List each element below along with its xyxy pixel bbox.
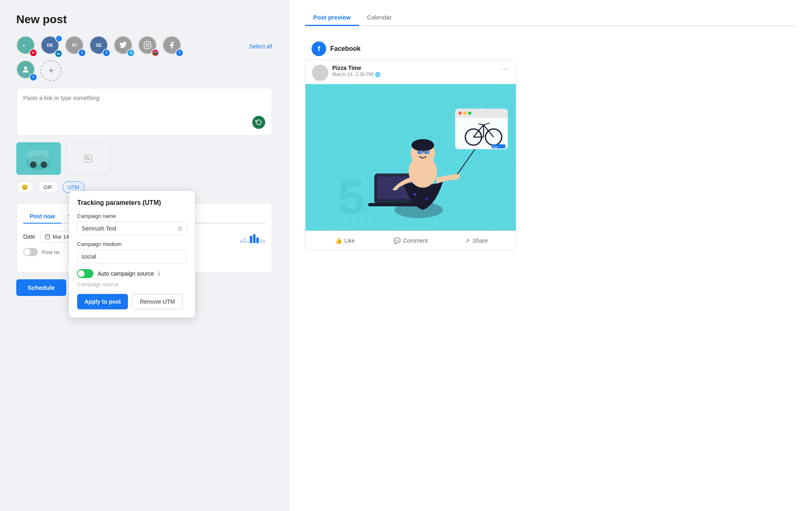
svg-point-12	[86, 157, 87, 158]
account-avatar-de-linkedin[interactable]: DE ✓ in	[41, 36, 62, 57]
instagram-badge: 📷	[151, 49, 159, 57]
image-row	[16, 142, 272, 175]
svg-point-44	[468, 111, 471, 115]
globe-icon: 🌐	[375, 72, 381, 77]
fb-post-header: Pizza Time March 14, 2:39 PM 🌐 ···	[305, 60, 516, 84]
fb-post-name: Pizza Time	[332, 65, 497, 71]
linkedin-badge: in	[54, 50, 63, 58]
auto-campaign-row: Auto campaign source ℹ	[77, 269, 187, 278]
selected-checkmark: ✓	[55, 35, 63, 42]
svg-point-42	[459, 111, 462, 115]
svg-point-10	[41, 161, 47, 168]
facebook-logo-icon: f	[312, 41, 326, 56]
utm-popup: Tracking parameters (UTM) Campaign name …	[69, 191, 195, 317]
page-title: New post	[16, 13, 272, 26]
post-textarea[interactable]	[23, 95, 265, 127]
account-avatar-instagram[interactable]: 📷	[138, 36, 159, 57]
facebook-brand-header: f Facebook	[305, 36, 796, 59]
schedule-button[interactable]: Schedule	[16, 279, 66, 296]
fb-badge-extra2: f	[29, 73, 37, 81]
svg-point-9	[30, 161, 37, 168]
regenerate-button[interactable]	[252, 116, 265, 129]
gif-button[interactable]: GIF	[38, 181, 58, 193]
image-thumbnail[interactable]	[16, 142, 61, 175]
svg-rect-2	[144, 42, 151, 49]
fb-post-image: ★ ★	[305, 84, 516, 230]
svg-rect-15	[45, 235, 50, 239]
pinterest-badge: P	[29, 49, 37, 57]
auto-campaign-label: Auto campaign source	[97, 270, 154, 277]
twitter-badge: 𝕏	[127, 49, 135, 57]
chart-bar-7	[260, 239, 262, 243]
right-tabs: Post preview Calendar	[305, 10, 796, 26]
account-avatar-facebook-extra[interactable]: f	[162, 36, 184, 57]
post-notifications-toggle[interactable]	[23, 248, 38, 256]
tab-post-now[interactable]: Post now	[23, 210, 61, 224]
account-avatar-pi-facebook[interactable]: PI f	[65, 36, 86, 57]
apply-to-post-button[interactable]: Apply to post	[77, 294, 128, 309]
facebook-badge-se: f	[102, 49, 110, 57]
emoji-button[interactable]: 😊	[16, 181, 33, 193]
svg-point-43	[463, 111, 467, 115]
svg-point-4	[149, 43, 149, 44]
date-label: Date	[23, 233, 35, 240]
campaign-name-input-row: ⊞	[77, 222, 187, 235]
fb-post-actions: 👍 Like 💬 Comment ↗ Share	[305, 230, 516, 250]
utm-label: UTM	[68, 184, 79, 190]
mini-chart	[240, 230, 265, 243]
chart-bar-5	[253, 234, 256, 243]
svg-point-31	[411, 139, 434, 151]
svg-point-3	[146, 44, 149, 47]
campaign-name-input[interactable]	[78, 222, 173, 235]
account-avatar-extra[interactable]: f	[16, 60, 37, 81]
account-avatar-pinterest[interactable]: ● P	[16, 36, 37, 57]
right-panel: Post preview Calendar f Facebook Pizza T…	[289, 0, 812, 511]
post-editor	[16, 88, 272, 136]
fb-post-avatar	[312, 65, 328, 81]
select-all-link[interactable]: Select all	[249, 43, 272, 50]
gif-label: GIF	[43, 184, 52, 190]
chart-bar-8	[263, 240, 265, 243]
fb-share-button[interactable]: ↗ Share	[444, 234, 509, 247]
chart-bar-3	[247, 241, 249, 243]
second-accounts-row: f +	[16, 60, 272, 81]
fb-post-meta: Pizza Time March 14, 2:39 PM 🌐	[332, 65, 497, 77]
tab-post-preview[interactable]: Post preview	[305, 10, 359, 26]
auto-campaign-toggle[interactable]	[77, 269, 93, 278]
add-image-button[interactable]	[66, 142, 110, 175]
svg-text:5: 5	[338, 170, 365, 224]
remove-utm-button[interactable]: Remove UTM	[132, 294, 182, 309]
tab-calendar[interactable]: Calendar	[359, 10, 400, 26]
account-avatar-se-facebook[interactable]: SE f	[89, 36, 110, 57]
chart-bar-6	[256, 237, 259, 243]
chart-bar-2	[243, 238, 246, 243]
emoji-icon: 😊	[22, 184, 28, 190]
left-panel: New post ● P DE ✓ in PI f SE	[0, 0, 288, 511]
share-icon: ↗	[465, 237, 470, 244]
svg-text:★: ★	[413, 191, 417, 197]
svg-rect-41	[455, 114, 508, 117]
fb-comment-button[interactable]: 💬 Comment	[378, 234, 444, 247]
facebook-preview-card: Pizza Time March 14, 2:39 PM 🌐 ···	[305, 59, 516, 251]
post-notifications-label: Post ne	[42, 249, 60, 255]
accounts-row: ● P DE ✓ in PI f SE f	[16, 36, 272, 57]
account-avatar-twitter[interactable]: 𝕏	[114, 36, 135, 57]
facebook-badge-extra: f	[175, 49, 184, 57]
svg-rect-35	[424, 150, 430, 154]
fb-like-button[interactable]: 👍 Like	[312, 234, 378, 247]
fb-more-button[interactable]: ···	[501, 65, 509, 73]
svg-text:★: ★	[425, 196, 429, 201]
chart-bar-4	[250, 236, 252, 243]
campaign-medium-label: Campaign medium	[77, 241, 187, 247]
utm-popup-title: Tracking parameters (UTM)	[77, 199, 187, 207]
share-label: Share	[472, 237, 487, 244]
utm-actions: Apply to post Remove UTM	[77, 294, 187, 309]
info-icon[interactable]: ℹ	[158, 270, 160, 277]
svg-text:buy: buy	[493, 146, 498, 149]
fb-post-time: March 14, 2:39 PM 🌐	[332, 72, 497, 77]
add-account-button[interactable]: +	[41, 60, 62, 81]
campaign-medium-input[interactable]	[77, 250, 187, 263]
svg-point-5	[24, 67, 27, 70]
campaign-name-label: Campaign name	[77, 213, 187, 219]
like-icon: 👍	[335, 237, 342, 244]
